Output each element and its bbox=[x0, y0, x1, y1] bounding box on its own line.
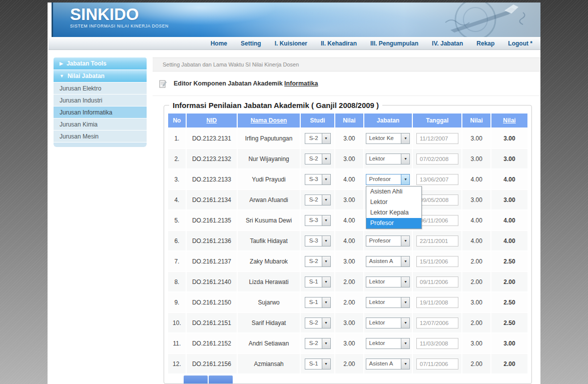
nav-item-2[interactable]: I. Kuisioner bbox=[275, 40, 307, 47]
dropdown-option-0[interactable]: Asisten Ahli bbox=[366, 186, 421, 197]
jabatan-select[interactable]: Lektor▼ bbox=[366, 318, 410, 328]
column-header-8[interactable]: Nilai bbox=[491, 114, 527, 128]
dropdown-option-1[interactable]: Lektor bbox=[366, 197, 421, 208]
jurusan-link[interactable]: Informatika bbox=[284, 80, 318, 87]
tanggal-input[interactable] bbox=[416, 297, 458, 308]
chevron-down-icon: ▼ bbox=[401, 298, 409, 308]
studi-select[interactable]: S-2▼ bbox=[305, 318, 331, 328]
studi-select[interactable]: S-3▼ bbox=[305, 236, 331, 246]
cell-no: 2. bbox=[168, 149, 186, 168]
selected-value: Profesor bbox=[366, 236, 401, 246]
table-row: 11.DO.2161.2152Andri SetiawanS-2▼3.00Lek… bbox=[168, 334, 527, 353]
studi-select[interactable]: S-2▼ bbox=[305, 133, 331, 144]
jabatan-select[interactable]: Lektor▼ bbox=[366, 338, 410, 349]
cell-tanggal bbox=[413, 149, 461, 168]
jabatan-select[interactable]: Profesor▼ bbox=[366, 174, 410, 185]
chevron-down-icon: ▼ bbox=[401, 277, 409, 287]
dropdown-option-3[interactable]: Profesor bbox=[366, 218, 421, 228]
nav-item-0[interactable]: Home bbox=[211, 40, 227, 47]
cell-nilai-akhir: 2.50 bbox=[491, 252, 527, 271]
jabatan-select[interactable]: Lektor Ke▼ bbox=[366, 133, 410, 144]
selected-value: S-2 bbox=[305, 338, 322, 348]
cell-nilai-akhir: 2.00 bbox=[491, 354, 527, 374]
chevron-down-icon: ▼ bbox=[322, 195, 330, 205]
nav-item-1[interactable]: Setting bbox=[241, 40, 261, 47]
sidebar-item-0[interactable]: Jurusan Elektro bbox=[54, 82, 147, 94]
tanggal-input[interactable] bbox=[416, 133, 458, 144]
tanggal-input[interactable] bbox=[416, 194, 458, 206]
tanggal-input[interactable] bbox=[416, 174, 458, 185]
jabatan-select[interactable]: Lektor▼ bbox=[366, 297, 410, 308]
jabatan-select[interactable]: Profesor▼ bbox=[366, 236, 410, 246]
studi-select[interactable]: S-2▼ bbox=[305, 256, 331, 267]
sidebar-section-nilai-jabatan[interactable]: ▼ Nilai Jabatan bbox=[54, 70, 147, 82]
jabatan-select[interactable]: Lektor▼ bbox=[366, 276, 410, 288]
jabatan-select[interactable]: Lektor▼ bbox=[366, 154, 410, 164]
page-button-2[interactable] bbox=[209, 376, 233, 384]
cell-nama-dosen: Lizda Herawati bbox=[238, 272, 300, 292]
editor-heading-text: Editor Komponen Jabatan Akademik bbox=[174, 80, 284, 87]
chevron-down-icon: ▼ bbox=[401, 174, 409, 184]
chevron-down-icon: ▼ bbox=[322, 236, 330, 246]
sidebar-item-2[interactable]: Jurusan Informatika bbox=[54, 106, 147, 118]
studi-select[interactable]: S-2▼ bbox=[305, 154, 331, 164]
cell-nilai-studi: 3.00 bbox=[335, 190, 363, 210]
sidebar-item-4[interactable]: Jurusan Mesin bbox=[54, 130, 147, 142]
sidebar-item-1[interactable]: Jurusan Industri bbox=[54, 94, 147, 106]
jabatan-select[interactable]: Asisten A▼ bbox=[366, 358, 410, 370]
cell-nilai-studi: 2.00 bbox=[335, 292, 363, 312]
column-header-2[interactable]: Nama Dosen bbox=[238, 114, 300, 128]
studi-select[interactable]: S-3▼ bbox=[305, 174, 331, 185]
pagination-buttons bbox=[184, 376, 528, 384]
nav-item-7[interactable]: Logout * bbox=[508, 40, 532, 47]
column-header-1[interactable]: NID bbox=[187, 114, 237, 128]
cell-nama-dosen: Sarif Hidayat bbox=[238, 313, 300, 332]
studi-select[interactable]: S-1▼ bbox=[305, 297, 331, 308]
cell-nilai-jabatan: 3.00 bbox=[462, 334, 490, 353]
tanggal-input[interactable] bbox=[416, 318, 458, 328]
tanggal-input[interactable] bbox=[416, 338, 458, 349]
penilaian-panel: Informasi Penilaian Jabatan Akademik ( G… bbox=[164, 101, 532, 384]
cell-nilai-studi: 4.00 bbox=[335, 231, 363, 250]
studi-select[interactable]: S-1▼ bbox=[305, 276, 331, 288]
app-banner: SINKIDO SISTEM INFORMASI NILAI KINERJA D… bbox=[52, 2, 540, 37]
tanggal-input[interactable] bbox=[416, 358, 458, 370]
table-row: 12.DO.2161.2156AzmiansahS-1▼2.00Asisten … bbox=[168, 354, 527, 374]
cell-no: 6. bbox=[168, 231, 186, 250]
tanggal-input[interactable] bbox=[416, 215, 458, 226]
cell-nama-dosen: Yudi Prayudi bbox=[238, 170, 300, 189]
dropdown-option-2[interactable]: Lektor Kepala bbox=[366, 208, 421, 218]
studi-select[interactable]: S-1▼ bbox=[305, 358, 331, 370]
studi-select[interactable]: S-2▼ bbox=[305, 194, 331, 206]
tanggal-input[interactable] bbox=[416, 154, 458, 164]
nav-item-3[interactable]: II. Kehadiran bbox=[321, 40, 357, 47]
chevron-down-icon: ▼ bbox=[322, 359, 330, 369]
studi-select[interactable]: S-3▼ bbox=[305, 215, 331, 226]
selected-value: Profesor bbox=[366, 174, 401, 184]
tanggal-input[interactable] bbox=[416, 236, 458, 246]
tanggal-input[interactable] bbox=[416, 276, 458, 288]
nav-item-6[interactable]: Rekap bbox=[476, 40, 494, 47]
sidebar-section-jabatan-tools[interactable]: ▶ Jabatan Tools bbox=[54, 58, 147, 70]
cell-no: 4. bbox=[168, 190, 186, 210]
jabatan-select[interactable]: Asisten A▼ bbox=[366, 256, 410, 267]
editor-heading: Editor Komponen Jabatan Akademik Informa… bbox=[174, 80, 318, 87]
tanggal-input[interactable] bbox=[416, 256, 458, 267]
nav-item-4[interactable]: III. Pengumpulan bbox=[370, 40, 418, 47]
nav-item-5[interactable]: IV. Jabatan bbox=[432, 40, 463, 47]
selected-value: Lektor bbox=[366, 338, 401, 348]
cell-no: 10. bbox=[168, 313, 186, 332]
studi-select[interactable]: S-2▼ bbox=[305, 338, 331, 349]
cell-nama-dosen: Azmiansah bbox=[238, 354, 300, 374]
cell-nid: DO.2123.2132 bbox=[187, 149, 237, 168]
chevron-down-icon: ▼ bbox=[322, 154, 330, 164]
cell-no: 9. bbox=[168, 292, 186, 312]
column-header-6: Tanggal bbox=[413, 114, 461, 128]
app-logo-tagline: SISTEM INFORMASI NILAI KINERJA DOSEN bbox=[70, 24, 169, 28]
sidebar-item-3[interactable]: Jurusan Kimia bbox=[54, 118, 147, 130]
cell-no: 12. bbox=[168, 354, 186, 374]
page-button-1[interactable] bbox=[184, 376, 208, 384]
app-logo: SINKIDO SISTEM INFORMASI NILAI KINERJA D… bbox=[70, 6, 169, 28]
cell-jabatan: Lektor▼ bbox=[364, 149, 412, 168]
cell-jabatan: Lektor▼ bbox=[364, 313, 412, 332]
